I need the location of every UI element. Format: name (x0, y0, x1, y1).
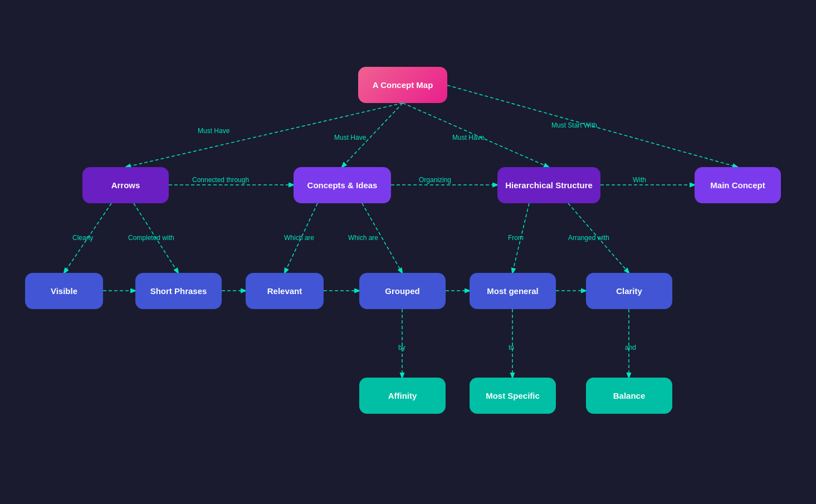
node-most-general-label: Most general (487, 286, 539, 296)
node-grouped[interactable]: Grouped (359, 273, 446, 309)
label-connected-through: Connected through (192, 176, 249, 184)
node-affinity[interactable]: Affinity (359, 378, 446, 414)
label-must-start-with: Must Start With (551, 121, 597, 129)
node-most-general[interactable]: Most general (470, 273, 556, 309)
label-which-are-2: Which are (348, 234, 378, 242)
svg-line-0 (126, 103, 403, 167)
node-relevant-label: Relevant (267, 286, 302, 296)
node-concepts-label: Concepts & Ideas (307, 180, 378, 190)
label-arranged-with: Arranged with (568, 234, 609, 242)
svg-line-9 (285, 203, 317, 273)
svg-line-8 (134, 203, 178, 273)
label-and: and (625, 344, 636, 351)
node-visible-label: Visible (51, 286, 77, 296)
svg-line-12 (568, 203, 629, 273)
node-hierarchical[interactable]: Hierarchical Structure (497, 167, 600, 203)
node-grouped-label: Grouped (385, 286, 420, 296)
node-main-concept-label: Main Concept (710, 180, 765, 190)
node-affinity-label: Affinity (388, 391, 417, 400)
node-short-phrases-label: Short Phrases (150, 286, 207, 296)
label-organizing: Organizing (419, 176, 451, 184)
label-with: With (633, 176, 646, 184)
svg-line-7 (64, 203, 111, 273)
svg-line-11 (512, 203, 529, 273)
node-most-specific-label: Most Specific (486, 391, 540, 400)
label-clearly: Clearly (72, 234, 93, 242)
node-arrows-label: Arrows (111, 180, 140, 190)
label-which-are-1: Which are (284, 234, 314, 242)
label-to: to (509, 344, 514, 351)
node-balance-label: Balance (613, 391, 646, 400)
concept-map: Must Have Must Have Must Have Must Start… (0, 0, 816, 504)
node-clarity-label: Clarity (616, 286, 642, 296)
node-main-concept[interactable]: Main Concept (695, 167, 781, 203)
svg-line-3 (447, 85, 737, 167)
node-root-label: A Concept Map (373, 80, 433, 90)
node-relevant[interactable]: Relevant (246, 273, 324, 309)
label-must-have-3: Must Have (452, 134, 484, 141)
label-completed-with: Completed with (128, 234, 174, 242)
node-short-phrases[interactable]: Short Phrases (135, 273, 222, 309)
node-hierarchical-label: Hierarchical Structure (505, 180, 593, 190)
node-arrows[interactable]: Arrows (82, 167, 169, 203)
node-most-specific[interactable]: Most Specific (470, 378, 556, 414)
node-clarity[interactable]: Clarity (586, 273, 672, 309)
label-must-have-1: Must Have (198, 127, 229, 135)
label-from: From (508, 234, 524, 242)
label-by: by (398, 344, 405, 351)
node-visible[interactable]: Visible (25, 273, 103, 309)
svg-line-10 (362, 203, 402, 273)
label-must-have-2: Must Have (334, 134, 366, 141)
node-balance[interactable]: Balance (586, 378, 672, 414)
node-root[interactable]: A Concept Map (358, 67, 447, 103)
svg-line-1 (342, 103, 403, 167)
node-concepts[interactable]: Concepts & Ideas (294, 167, 391, 203)
svg-line-2 (403, 103, 549, 167)
